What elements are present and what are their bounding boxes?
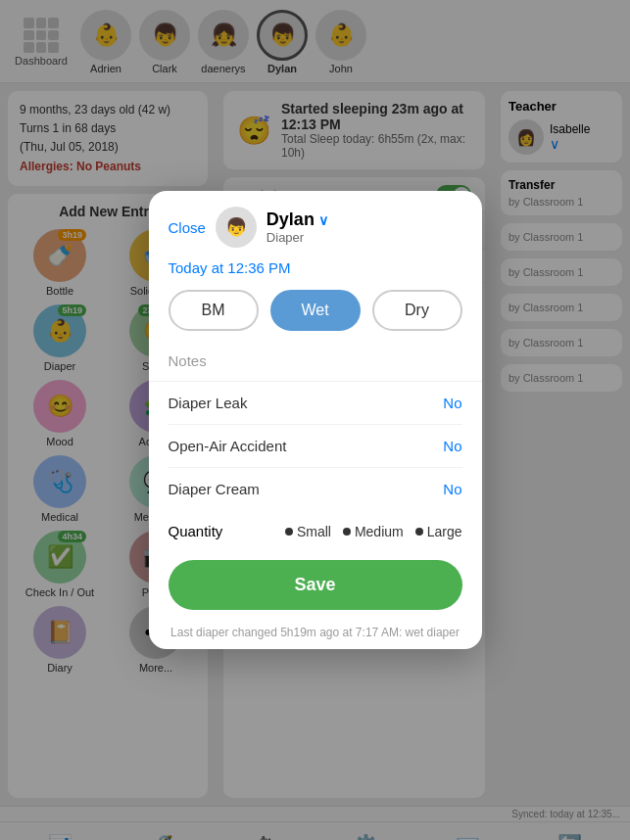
- modal-quantity: Quantity SmallMediumLarge: [169, 510, 462, 552]
- modal-rows: Diaper LeakNoOpen-Air AccidentNoDiaper C…: [149, 382, 482, 510]
- modal-name: Dylan ∨: [267, 210, 462, 230]
- modal-footer: Last diaper changed 5h19m ago at 7:17 AM…: [149, 626, 482, 649]
- qty-dot: [415, 528, 423, 536]
- diaper-modal: Close 👦 Dylan ∨ Diaper Today at 12:36 PM…: [149, 191, 482, 649]
- modal-row-open-air-accident: Open-Air AccidentNo: [169, 425, 462, 468]
- qty-dot: [285, 528, 293, 536]
- modal-save-area: Save: [169, 560, 462, 610]
- qty-option-large[interactable]: Large: [415, 524, 462, 539]
- modal-row-diaper-leak: Diaper LeakNo: [169, 382, 462, 425]
- quantity-label: Quantity: [169, 523, 223, 539]
- qty-label: Medium: [355, 524, 404, 539]
- quantity-options: SmallMediumLarge: [285, 524, 462, 539]
- diaper-btn-wet[interactable]: Wet: [270, 290, 361, 331]
- modal-chevron[interactable]: ∨: [318, 212, 328, 228]
- qty-option-medium[interactable]: Medium: [343, 524, 404, 539]
- modal-overlay[interactable]: Close 👦 Dylan ∨ Diaper Today at 12:36 PM…: [0, 0, 630, 840]
- save-button[interactable]: Save: [169, 560, 462, 610]
- modal-time: Today at 12:36 PM: [149, 259, 482, 290]
- qty-dot: [343, 528, 351, 536]
- qty-label: Small: [297, 524, 331, 539]
- modal-notes[interactable]: Notes: [149, 347, 482, 382]
- modal-child-name: Dylan: [267, 210, 315, 230]
- modal-row-value[interactable]: No: [443, 395, 461, 411]
- modal-avatar: 👦: [216, 207, 257, 248]
- modal-row-value[interactable]: No: [443, 481, 461, 497]
- diaper-btn-bm[interactable]: BM: [169, 290, 259, 331]
- modal-row-value[interactable]: No: [443, 438, 461, 454]
- diaper-btn-dry[interactable]: Dry: [372, 290, 462, 331]
- qty-option-small[interactable]: Small: [285, 524, 331, 539]
- modal-subtitle: Diaper: [267, 230, 462, 245]
- modal-row-diaper-cream: Diaper CreamNo: [169, 468, 462, 510]
- modal-title-area: Dylan ∨ Diaper: [267, 210, 462, 245]
- modal-quantity-row: Quantity SmallMediumLarge: [149, 510, 482, 552]
- modal-row-label: Diaper Leak: [169, 395, 248, 411]
- modal-row-label: Open-Air Accident: [169, 438, 287, 454]
- modal-row-label: Diaper Cream: [169, 481, 260, 497]
- qty-label: Large: [427, 524, 462, 539]
- modal-header: Close 👦 Dylan ∨ Diaper: [149, 191, 482, 259]
- modal-close-button[interactable]: Close: [169, 219, 206, 236]
- modal-diaper-buttons: BMWetDry: [149, 290, 482, 347]
